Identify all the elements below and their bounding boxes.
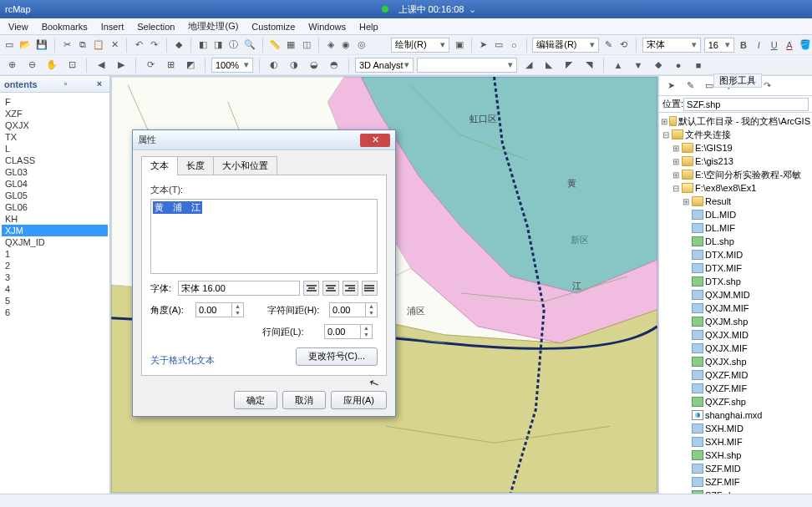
align-justify-button[interactable] (362, 281, 378, 296)
font-name-dropdown[interactable]: 宋体▾ (642, 38, 701, 53)
tree-node[interactable]: SZF.shp (661, 489, 810, 494)
toc-item[interactable]: 6 (2, 307, 108, 318)
tool-j[interactable]: ◑ (286, 57, 302, 74)
edit-tool-b[interactable]: ⟲ (618, 37, 630, 53)
analyst-e[interactable]: ▲ (610, 57, 627, 74)
tool-h[interactable]: ◩ (182, 57, 199, 74)
select-elements-button[interactable]: ▣ (453, 37, 464, 53)
chevron-down-icon[interactable]: ⌄ (469, 4, 476, 15)
change-symbol-button[interactable]: 更改符号(C)... (296, 347, 378, 366)
identify-button[interactable]: ⓘ (227, 37, 239, 53)
ok-button[interactable]: 确定 (234, 391, 277, 409)
find-button[interactable]: 🔍 (243, 37, 256, 53)
tree-node[interactable]: DL.shp (661, 235, 810, 248)
tool-l[interactable]: ◓ (326, 57, 343, 74)
align-center-button[interactable] (322, 281, 338, 296)
pan-button[interactable]: ✋ (43, 57, 60, 74)
tree-node[interactable]: QXZF.MID (661, 368, 810, 382)
toc-item[interactable]: QXJM_ID (2, 236, 108, 248)
tree-node[interactable]: DTX.MID (661, 248, 810, 261)
line-spacing-spinner[interactable]: ▲▼ (324, 324, 373, 339)
tree-node[interactable]: DL.MIF (661, 221, 810, 235)
toc-item[interactable]: GL04 (2, 178, 108, 190)
analyst-g[interactable]: ◆ (650, 57, 667, 74)
tree-node[interactable]: ⊟F:\ex8\ex8\Ex1 (661, 181, 810, 195)
dialog-titlebar[interactable]: 属性 ✕ (133, 130, 395, 150)
tree-node[interactable]: DTX.shp (661, 275, 810, 288)
menu-help[interactable]: Help (353, 20, 385, 33)
toc-item[interactable]: TX (2, 131, 108, 143)
cut-button[interactable]: ✂ (61, 37, 73, 53)
tab-text[interactable]: 文本 (141, 156, 178, 175)
align-left-button[interactable] (303, 281, 319, 296)
redo-button[interactable]: ↷ (148, 37, 160, 53)
zoom-in-button[interactable]: ⊕ (3, 57, 20, 74)
cancel-button[interactable]: 取消 (282, 391, 326, 409)
underline-button[interactable]: U (768, 37, 779, 53)
toc-list[interactable]: FXZFQXJXTXLCLASSGL03GL04GL05GL06KHXJMQXJ… (0, 93, 109, 494)
tool-i[interactable]: ◐ (266, 57, 282, 74)
analyst-b[interactable]: ◣ (540, 57, 557, 74)
tool-d[interactable]: ◉ (340, 37, 352, 53)
text-textarea[interactable]: 黄 浦 江 (150, 199, 378, 274)
tool-a[interactable]: ◧ (196, 37, 208, 53)
cat-edit[interactable]: ✎ (682, 78, 698, 94)
menu-geoprocessing[interactable]: 地理处理(G) (181, 18, 245, 34)
bold-button[interactable]: B (738, 37, 749, 53)
analyst-i[interactable]: ■ (690, 57, 707, 74)
font-color-button[interactable]: A (784, 37, 795, 53)
menu-view[interactable]: View (2, 20, 35, 33)
toc-item[interactable]: 1 (2, 248, 108, 260)
catalog-tree[interactable]: ⊞默认工作目录 - 我的文档\ArcGIS⊟文件夹连接⊞E:\GIS19⊞E:\… (659, 113, 812, 494)
undo-button[interactable]: ↶ (133, 37, 145, 53)
tree-node[interactable]: QXJM.MIF (661, 302, 810, 315)
tool-k[interactable]: ◒ (306, 57, 322, 74)
tree-node[interactable]: SXH.shp (661, 449, 810, 462)
tree-node[interactable]: SZF.MID (661, 462, 810, 475)
toc-item[interactable]: QXJX (2, 119, 108, 131)
toc-item[interactable]: KH (2, 213, 108, 225)
char-spacing-spinner[interactable]: ▲▼ (329, 302, 378, 317)
tool-f[interactable]: ⟳ (142, 57, 159, 74)
tree-node[interactable]: QXZF.MIF (661, 382, 810, 395)
next-extent-button[interactable]: ▶ (113, 57, 129, 74)
tree-node[interactable]: SXH.MIF (661, 435, 810, 449)
analyst-layer-dropdown[interactable]: ▾ (417, 58, 517, 73)
toc-item[interactable]: 4 (2, 283, 108, 295)
toc-item[interactable]: 2 (2, 260, 108, 271)
tree-node[interactable]: SZF.MIF (661, 475, 810, 489)
tool-g[interactable]: ⊞ (162, 57, 179, 74)
tab-size-position[interactable]: 大小和位置 (213, 156, 277, 175)
analyst-dropdown[interactable]: 3D Analyst▾ (355, 58, 414, 73)
angle-spinner[interactable]: ▲▼ (195, 302, 244, 317)
tree-node[interactable]: ⊞Result (661, 195, 810, 208)
close-icon[interactable]: × (94, 79, 105, 90)
tree-node[interactable]: DTX.MIF (661, 261, 810, 275)
tool-b[interactable]: ◨ (212, 37, 224, 53)
font-field[interactable] (178, 281, 300, 296)
tree-node[interactable]: ⊞默认工作目录 - 我的文档\ArcGIS (661, 114, 810, 128)
toc-item[interactable]: GL05 (2, 190, 108, 201)
menu-selection[interactable]: Selection (130, 20, 181, 33)
menu-bookmarks[interactable]: Bookmarks (35, 20, 94, 33)
font-size-dropdown[interactable]: 16▾ (704, 38, 734, 53)
editor-dropdown[interactable]: 编辑器(R)▾ (532, 38, 599, 53)
pointer-button[interactable]: ➤ (477, 37, 489, 53)
fill-color-button[interactable]: 🪣 (799, 37, 812, 53)
toc-item[interactable]: 3 (2, 271, 108, 283)
tab-length[interactable]: 长度 (177, 156, 214, 175)
align-right-button[interactable] (343, 281, 358, 296)
zoom-level-dropdown[interactable]: 100%▾ (211, 58, 253, 73)
tree-node[interactable]: DL.MID (661, 208, 810, 221)
analyst-c[interactable]: ◤ (561, 57, 577, 74)
tree-node[interactable]: shanghai.mxd (661, 408, 810, 422)
toc-item[interactable]: L (2, 143, 108, 155)
dialog-close-button[interactable]: ✕ (360, 134, 390, 147)
analyst-h[interactable]: ● (670, 57, 687, 74)
italic-button[interactable]: I (753, 37, 764, 53)
toc-item[interactable]: 5 (2, 295, 108, 307)
circle-button[interactable]: ○ (508, 37, 520, 53)
toc-item[interactable]: XJM (2, 225, 108, 236)
format-text-link[interactable]: 关于格式化文本 (150, 354, 215, 367)
tree-node[interactable]: SXH.MID (661, 422, 810, 435)
